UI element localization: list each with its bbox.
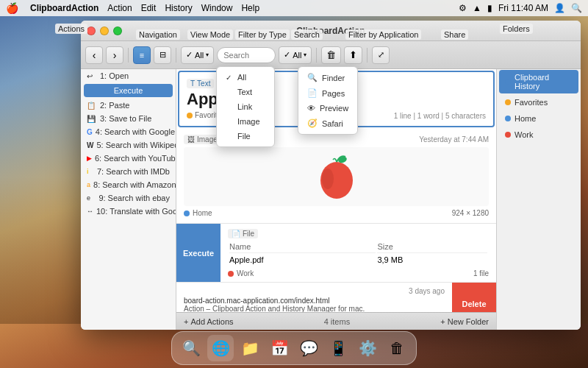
clip-file-count: 1 file	[473, 269, 489, 277]
dropdown-app-pages[interactable]: 📄 Pages	[298, 85, 357, 101]
file-size: 3,9 MB	[377, 255, 487, 265]
dock-calendar[interactable]: 📅	[266, 335, 293, 361]
url-delete-button[interactable]: Delete	[452, 283, 496, 312]
folder-clipboard-history-label: Clipboard History	[514, 73, 573, 91]
dock-messages[interactable]: 💬	[295, 335, 322, 361]
action-save[interactable]: 💾 3: Save to File	[81, 112, 176, 125]
dropdown-item-file[interactable]: File	[217, 129, 274, 144]
dock-finder[interactable]: 🔍	[178, 335, 204, 361]
action-amazon[interactable]: a 8: Search with Amazon	[81, 178, 176, 191]
image-badge-icon: 🖼	[187, 135, 195, 144]
minimize-button[interactable]	[100, 26, 109, 35]
action-ebay[interactable]: e 9: Search with ebay	[81, 191, 176, 205]
menubar-app-name[interactable]: ClipboardAction	[30, 3, 98, 13]
folder-clipboard-history[interactable]: Clipboard History	[499, 70, 578, 93]
clip-url-timestamp: 3 days ago	[184, 287, 445, 295]
dock-files[interactable]: 📁	[237, 335, 263, 361]
titlebar: ClipboardAction	[81, 21, 581, 41]
clip-item-url[interactable]: 3 days ago board-action.mac-application.…	[176, 283, 496, 312]
dropdown-app-preview[interactable]: 👁 Preview	[298, 101, 357, 116]
add-actions-label: Add Actions	[190, 317, 233, 326]
dropdown-app-finder[interactable]: 🔍 Finder	[298, 70, 357, 85]
filter-app-dropdown[interactable]: 🔍 Finder 📄 Pages 👁 Preview 🧭 Safari	[298, 66, 358, 135]
share-button[interactable]: ⬆	[344, 46, 362, 64]
action-translate-label: 10: Translate with Google	[96, 207, 176, 216]
folder-favorites-label: Favorites	[514, 98, 548, 107]
search-input[interactable]	[217, 47, 276, 63]
add-actions-button[interactable]: + Add Actions	[184, 317, 234, 326]
dock-trash[interactable]: 🗑	[384, 335, 410, 361]
nav-back-button[interactable]: ‹	[85, 46, 103, 64]
ebay-icon: e	[87, 194, 96, 202]
menubar-action[interactable]: Action	[107, 3, 132, 13]
action-wikipedia[interactable]: W 5: Search with Wikipedia	[81, 138, 176, 152]
user-icon[interactable]: 👤	[554, 3, 565, 13]
toolbar-separator-1	[128, 48, 129, 63]
action-execute-paste[interactable]: Execute	[84, 84, 173, 97]
action-imdb[interactable]: i 7: Search with IMDb	[81, 165, 176, 178]
action-open[interactable]: ↩ 1: Open	[81, 69, 176, 82]
view-split-button[interactable]: ⊟	[154, 46, 171, 64]
window-title: ClipboardAction	[296, 26, 365, 36]
home-folder-dot	[505, 116, 511, 121]
apple-image	[315, 151, 359, 202]
delete-toolbar-button[interactable]: 🗑	[321, 46, 341, 64]
search-menu-icon[interactable]: 🔍	[571, 3, 582, 13]
dock: 🔍 🌐 📁 📅 💬 📱 ⚙️ 🗑	[171, 331, 417, 365]
checkmark-icon: ✓	[186, 50, 193, 60]
dropdown-app-label-preview: Preview	[320, 104, 348, 113]
clip-item-file[interactable]: Execute 📄 File Name Size	[176, 224, 496, 283]
dropdown-item-image[interactable]: Image	[217, 114, 274, 129]
dock-facetime[interactable]: 📱	[325, 335, 351, 361]
file-name: Apple.pdf	[229, 255, 376, 265]
filter-type-button[interactable]: ✓ All ▾	[181, 46, 214, 64]
dropdown-item-text[interactable]: Text	[217, 85, 274, 99]
work-folder-dot	[505, 132, 511, 138]
action-paste[interactable]: 📋 2: Paste	[81, 99, 176, 112]
clip-image-timestamp: Yesterday at 7:44 AM	[419, 135, 489, 144]
file-execute-button[interactable]: Execute	[176, 224, 220, 282]
dock-clipboard-action[interactable]: ⚙️	[354, 335, 381, 361]
new-folder-button[interactable]: + New Folder	[440, 317, 489, 326]
filter-app-button[interactable]: ✓ All ▾	[279, 46, 312, 64]
text-type-badge: T Text	[187, 79, 214, 88]
action-google[interactable]: G 4: Search with Google	[81, 125, 176, 138]
clip-file-content: 📄 File Name Size Apple.pdf 3,9	[220, 224, 496, 282]
action-paste-label: 2: Paste	[100, 101, 129, 110]
wifi-icon: ▲	[473, 3, 481, 13]
check-all: ✓	[226, 74, 233, 82]
dropdown-app-safari[interactable]: 🧭 Safari	[298, 116, 357, 131]
favorites-folder-dot	[505, 99, 511, 105]
menubar-edit[interactable]: Edit	[141, 3, 157, 13]
gear-icon[interactable]: ⚙	[459, 3, 467, 13]
wikipedia-icon: W	[87, 141, 93, 149]
action-youtube[interactable]: ▶ 6: Search with YouTube	[81, 152, 176, 165]
open-icon: ↩	[87, 72, 97, 80]
close-button[interactable]	[87, 26, 96, 35]
view-list-button[interactable]: ≡	[133, 46, 151, 64]
menubar-window[interactable]: Window	[201, 3, 233, 13]
folder-home[interactable]: Home	[499, 111, 578, 126]
action-amazon-label: 8: Search with Amazon	[93, 180, 176, 189]
action-open-label: 1: Open	[100, 71, 129, 80]
paste-icon: 📋	[87, 102, 97, 110]
toolbar-separator-3	[316, 48, 317, 63]
dropdown-item-all[interactable]: ✓ All	[217, 70, 274, 85]
dropdown-item-link[interactable]: Link	[217, 99, 274, 114]
filter-type-dropdown[interactable]: ✓ All Text Link Image File	[216, 66, 275, 147]
action-translate[interactable]: ↔ 10: Translate with Google	[81, 205, 176, 218]
toolbar: ‹ › ≡ ⊟ ✓ All ▾ ✓ All ▾ 🗑 ⬆	[81, 41, 581, 69]
chevron-down-icon-2: ▾	[304, 52, 306, 58]
dock-safari[interactable]: 🌐	[207, 335, 234, 361]
folder-work[interactable]: Work	[499, 127, 578, 142]
expand-button[interactable]: ⤢	[372, 46, 390, 64]
action-ebay-label: 9: Search with ebay	[98, 194, 170, 202]
menubar-help[interactable]: Help	[241, 3, 259, 13]
menubar-history[interactable]: History	[165, 3, 192, 13]
apple-menu[interactable]: 🍎	[6, 2, 18, 14]
folder-favorites[interactable]: Favorites	[499, 95, 578, 110]
nav-forward-button[interactable]: ›	[106, 46, 123, 64]
menubar-left: 🍎 ClipboardAction Action Edit History Wi…	[6, 2, 459, 14]
file-badge-icon: 📄	[232, 230, 240, 238]
maximize-button[interactable]	[113, 26, 122, 35]
